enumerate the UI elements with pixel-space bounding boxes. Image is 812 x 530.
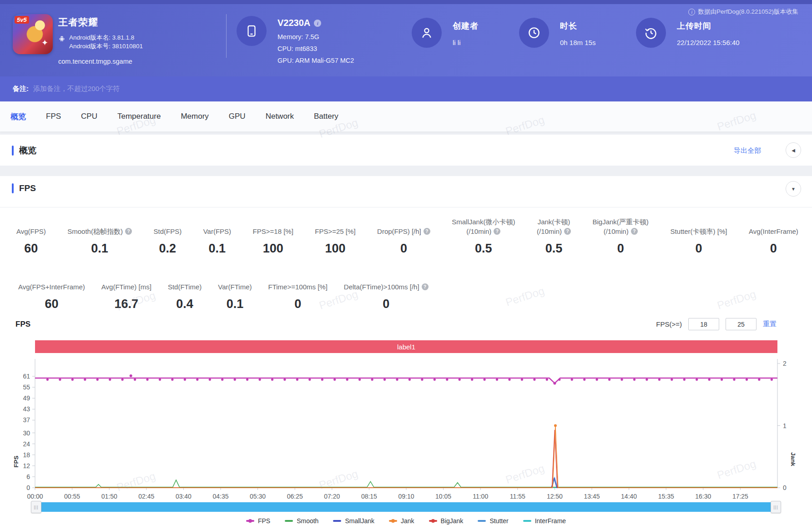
stat-label-line: Std(FTime) [168, 282, 202, 292]
stat-label-line: Avg(FTime) [ms] [101, 282, 151, 292]
fps-threshold-controls: FPS(>=) 重置 [656, 318, 777, 330]
stat-label-line: Avg(InterFrame) [749, 227, 798, 236]
svg-text:43: 43 [23, 405, 30, 413]
stat-label: Stutter(卡顿率) [%] [670, 216, 727, 236]
svg-text:07:20: 07:20 [324, 493, 340, 500]
device-memory: Memory: 7.5G [277, 31, 354, 43]
tab-GPU[interactable]: GPU [229, 112, 246, 121]
chart-range-scrollbar[interactable] [35, 502, 777, 512]
tab-CPU[interactable]: CPU [81, 112, 97, 121]
stat-label-line: Jank(卡顿) [538, 217, 570, 227]
help-icon[interactable]: ? [564, 228, 571, 235]
reset-link[interactable]: 重置 [763, 320, 777, 328]
legend-item-Jank[interactable]: Jank [389, 517, 414, 525]
phone-icon [237, 16, 267, 46]
help-icon[interactable]: ? [631, 228, 638, 235]
tab-Battery[interactable]: Battery [314, 112, 338, 121]
stat-label-line: (/10min)? [466, 227, 500, 236]
svg-text:02:45: 02:45 [138, 493, 154, 500]
svg-text:00:00: 00:00 [27, 493, 43, 500]
collect-note: i 数据由PerfDog(8.0.221052)版本收集 [688, 8, 798, 16]
tab-概览[interactable]: 概览 [10, 111, 26, 122]
svg-text:55: 55 [23, 384, 30, 391]
svg-text:05:30: 05:30 [250, 493, 266, 500]
stat-item: Std(FTime)0.4 [168, 272, 202, 311]
stat-item: Stutter(卡顿率) [%]0 [670, 216, 727, 256]
y-axis-title-left: FPS [13, 455, 20, 467]
upload-value: 22/12/2022 15:56:40 [677, 39, 740, 46]
export-all-link[interactable]: 导出全部 [734, 146, 761, 155]
chart-label-banner: label1 [35, 340, 777, 353]
scrollbar-right-handle[interactable]: ||| [771, 501, 781, 513]
svg-text:14:40: 14:40 [621, 493, 637, 500]
svg-text:6: 6 [26, 473, 30, 480]
fps-threshold-input-1[interactable] [688, 318, 719, 330]
stat-value: 0 [400, 242, 407, 256]
svg-text:16:30: 16:30 [695, 493, 711, 500]
stat-label-line: SmallJank(微小卡顿) [452, 217, 515, 227]
duration-block: 时长 0h 18m 15s [519, 18, 595, 48]
stat-label-line: Var(FPS) [203, 227, 231, 236]
stat-item: FPS>=25 [%]100 [315, 216, 355, 256]
legend-marker [478, 520, 486, 522]
svg-text:2: 2 [783, 360, 787, 367]
help-icon[interactable]: ? [125, 228, 132, 235]
star-icon: ✦ [41, 38, 48, 48]
svg-text:24: 24 [23, 440, 30, 448]
stat-label-line: Smooth(稳帧指数)? [67, 227, 132, 236]
legend-marker-dot [431, 519, 435, 523]
tab-FPS[interactable]: FPS [46, 112, 61, 121]
legend-label: Stutter [489, 517, 508, 525]
legend-marker [429, 520, 437, 522]
fps-chart-title: FPS [15, 320, 30, 329]
legend-item-FPS[interactable]: FPS [246, 517, 270, 525]
legend-label: Smooth [297, 517, 318, 525]
header-divider [226, 14, 227, 58]
legend-item-Smooth[interactable]: Smooth [285, 517, 318, 525]
stat-item: Avg(FPS+InterFrame)60 [18, 272, 85, 311]
device-block: V2230A i Memory: 7.5G CPU: mt6833 GPU: A… [237, 16, 354, 66]
help-icon[interactable]: ? [494, 228, 500, 235]
stat-label: Std(FTime) [168, 272, 202, 292]
stat-label: Avg(FPS) [16, 216, 46, 236]
fps-collapse-button[interactable]: ▼ [786, 181, 801, 197]
app-title: 王者荣耀 [58, 16, 143, 29]
remark-label: 备注: [13, 85, 29, 93]
svg-text:06:25: 06:25 [287, 493, 303, 500]
tab-bar: 概览FPSCPUTemperatureMemoryGPUNetworkBatte… [0, 101, 812, 131]
legend-item-SmallJank[interactable]: SmallJank [333, 517, 374, 525]
legend-item-InterFrame[interactable]: InterFrame [523, 517, 566, 525]
scrollbar-left-handle[interactable]: ||| [31, 501, 41, 513]
stat-label-line: FTime>=100ms [%] [268, 282, 328, 292]
stat-label: Jank(卡顿)(/10min)? [537, 216, 571, 236]
stat-item: FPS>=18 [%]100 [253, 216, 293, 256]
legend-item-BigJank[interactable]: BigJank [429, 517, 464, 525]
stat-value: 60 [45, 297, 58, 311]
fps-card: FPS ▼ Avg(FPS)60Smooth(稳帧指数)?0.1Std(FPS)… [0, 176, 812, 530]
device-info-icon[interactable]: i [314, 20, 321, 27]
history-icon [636, 18, 666, 48]
stat-label-line: Avg(FPS+InterFrame) [18, 282, 85, 292]
help-icon[interactable]: ? [424, 228, 430, 235]
fps-threshold-input-2[interactable] [726, 318, 757, 330]
overview-collapse-button[interactable]: ◀ [786, 142, 801, 158]
svg-text:03:40: 03:40 [176, 493, 192, 500]
app-package: com.tencent.tmgp.sgame [58, 58, 132, 65]
tab-Network[interactable]: Network [266, 112, 294, 121]
tab-Memory[interactable]: Memory [181, 112, 208, 121]
legend-label: BigJank [441, 517, 464, 525]
help-icon[interactable]: ? [422, 283, 429, 290]
stat-item: Std(FPS)0.2 [153, 216, 182, 256]
stat-value: 0 [770, 242, 777, 256]
stat-item: Avg(FTime) [ms]16.7 [101, 272, 151, 311]
5v5-badge: 5v5 [15, 16, 29, 24]
remark-input[interactable]: 备注: 添加备注，不超过200个字符 [0, 76, 812, 101]
legend-item-Stutter[interactable]: Stutter [478, 517, 508, 525]
stat-label-line: Avg(FPS) [16, 227, 46, 236]
stat-value: 100 [263, 242, 283, 256]
stat-value: 0.5 [475, 242, 492, 256]
section-accent-bar [12, 146, 14, 156]
y-axis-title-right: Jank [790, 452, 797, 466]
fps-chart[interactable]: 6155494337302418126021000:0000:5501:5002… [0, 357, 812, 502]
tab-Temperature[interactable]: Temperature [117, 112, 161, 121]
